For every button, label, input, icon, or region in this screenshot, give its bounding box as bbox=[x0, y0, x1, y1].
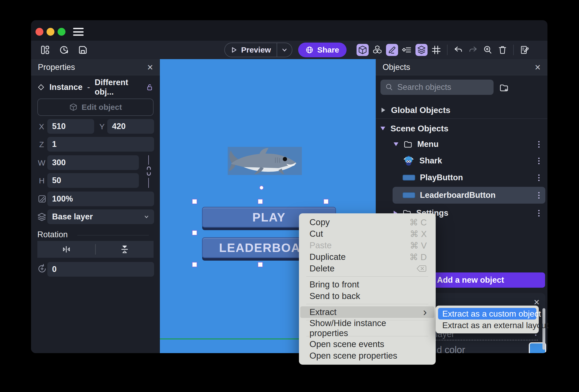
redo-button[interactable] bbox=[467, 44, 479, 56]
zoom-in-button[interactable] bbox=[482, 44, 494, 56]
y-input[interactable] bbox=[107, 119, 154, 134]
menu-item-send-to-back[interactable]: Send to back bbox=[299, 290, 436, 302]
hamburger-menu-icon[interactable] bbox=[73, 28, 84, 36]
height-input[interactable] bbox=[47, 173, 139, 188]
selection-handle-bottom-left[interactable] bbox=[192, 262, 197, 267]
traffic-light-zoom[interactable] bbox=[58, 28, 65, 36]
gdevelop-app: Home Menu × Menu (Events) × Lev bbox=[0, 0, 579, 392]
add-new-object-label: Add a new object bbox=[437, 275, 504, 285]
add-folder-icon[interactable] bbox=[499, 83, 509, 93]
menu-item-duplicate[interactable]: Duplicate ⌘ D bbox=[299, 251, 436, 263]
width-input[interactable] bbox=[47, 155, 139, 170]
layers-panel-button[interactable] bbox=[415, 44, 428, 56]
object-row-shark[interactable]: Shark bbox=[376, 154, 547, 168]
kebab-menu-icon[interactable] bbox=[537, 140, 541, 149]
layer-icon bbox=[37, 212, 47, 222]
menu-item-paste[interactable]: Paste ⌘ V bbox=[299, 240, 436, 251]
rotation-input[interactable] bbox=[47, 262, 154, 277]
share-button[interactable]: Share bbox=[298, 43, 346, 57]
cube-2d-icon bbox=[69, 103, 78, 112]
menu-item-cut[interactable]: Cut ⌘ X bbox=[299, 228, 436, 240]
close-icon[interactable]: × bbox=[535, 62, 541, 72]
delete-button[interactable] bbox=[496, 44, 509, 56]
shark-sprite[interactable] bbox=[228, 147, 302, 175]
submenu-item-extract-external-layout[interactable]: Extract as an external layout bbox=[438, 319, 536, 331]
kebab-menu-icon[interactable] bbox=[537, 208, 541, 218]
kebab-menu-icon[interactable] bbox=[537, 156, 541, 166]
instances-list-button[interactable] bbox=[401, 44, 413, 56]
z-input[interactable] bbox=[47, 137, 154, 152]
object-label: Shark bbox=[419, 156, 442, 166]
flip-horizontal-button[interactable] bbox=[37, 241, 95, 258]
object-row-leaderboardbutton[interactable]: LeaderboardButton bbox=[376, 188, 547, 202]
unlock-icon[interactable] bbox=[146, 83, 154, 91]
objects-title: Objects bbox=[383, 63, 410, 72]
object-folder-menu[interactable]: Menu bbox=[376, 137, 547, 151]
layer-select[interactable]: Base layer bbox=[47, 209, 154, 224]
menu-item-open-scene-properties[interactable]: Open scene properties bbox=[299, 350, 436, 362]
chevron-down-icon bbox=[394, 142, 398, 146]
flip-controls bbox=[37, 241, 154, 258]
pencil-icon bbox=[387, 45, 397, 55]
search-input[interactable] bbox=[397, 82, 502, 92]
link-line bbox=[148, 178, 149, 188]
properties-title: Properties bbox=[38, 63, 75, 72]
selection-handle-mid-left[interactable] bbox=[192, 230, 197, 235]
submenu-item-extract-custom-object[interactable]: Extract as a custom object bbox=[438, 308, 536, 319]
object-row-playbutton[interactable]: PlayButton bbox=[376, 171, 547, 185]
instance-object-name: Different obj... bbox=[95, 78, 141, 97]
close-icon[interactable]: × bbox=[147, 62, 153, 72]
flip-vertical-button[interactable] bbox=[96, 241, 154, 258]
object-label: LeaderboardButton bbox=[420, 190, 496, 200]
object-folder-label: Menu bbox=[417, 140, 439, 149]
selection-handle-top-left[interactable] bbox=[192, 199, 197, 204]
selection-handle-bottom-center[interactable] bbox=[258, 262, 263, 267]
menu-item-bring-to-front[interactable]: Bring to front bbox=[299, 279, 436, 290]
edit-object-button[interactable]: Edit object bbox=[37, 99, 154, 116]
opacity-input[interactable] bbox=[47, 192, 154, 206]
trash-icon bbox=[498, 45, 507, 55]
menu-divider bbox=[306, 276, 428, 277]
kebab-menu-icon[interactable] bbox=[537, 190, 541, 200]
undo-button[interactable] bbox=[452, 44, 464, 56]
objects-cubes-button[interactable] bbox=[371, 44, 383, 56]
traffic-light-close[interactable] bbox=[35, 28, 43, 36]
menu-item-show-hide-instance-properties[interactable]: Show/Hide instance properties bbox=[299, 322, 436, 334]
scene-properties-button[interactable] bbox=[519, 44, 531, 56]
preview-dropdown-button[interactable] bbox=[277, 47, 292, 53]
w-label: W bbox=[38, 158, 45, 167]
link-proportions-icon[interactable] bbox=[145, 165, 153, 177]
open-project-manager-button[interactable] bbox=[39, 44, 51, 56]
version-history-button[interactable] bbox=[58, 44, 70, 56]
menu-item-extract[interactable]: Extract › bbox=[300, 306, 434, 318]
save-button[interactable] bbox=[77, 44, 89, 56]
edit-mode-button[interactable] bbox=[386, 44, 398, 56]
layer-select-value: Base layer bbox=[52, 212, 93, 221]
shark-thumbnail-icon bbox=[403, 155, 415, 166]
rotate-handle[interactable] bbox=[259, 185, 264, 190]
menu-item-copy[interactable]: Copy ⌘ C bbox=[299, 216, 436, 228]
separator-dash: - bbox=[87, 82, 90, 92]
edit-object-label: Edit object bbox=[82, 103, 122, 112]
instance-type-label: Instance bbox=[49, 82, 83, 92]
menu-item-label: Copy bbox=[309, 217, 330, 227]
x-input[interactable] bbox=[47, 119, 94, 134]
undo-icon bbox=[454, 45, 463, 55]
toggle-3d-view-button[interactable] bbox=[357, 44, 369, 56]
selection-handle-top-right[interactable] bbox=[323, 199, 329, 204]
menu-item-delete[interactable]: Delete bbox=[299, 263, 436, 274]
kebab-menu-icon[interactable] bbox=[537, 173, 541, 183]
selection-handle-top-center[interactable] bbox=[258, 199, 263, 204]
x-label: X bbox=[39, 122, 44, 131]
notebook-edit-icon bbox=[520, 45, 529, 55]
menu-item-label: Cut bbox=[309, 229, 323, 239]
traffic-light-minimize[interactable] bbox=[47, 28, 54, 36]
dashboard-icon bbox=[40, 45, 50, 55]
menu-item-label: Bring to front bbox=[309, 280, 359, 290]
scene-objects-header[interactable]: Scene Objects bbox=[376, 122, 547, 135]
global-objects-header[interactable]: Global Objects bbox=[376, 103, 547, 117]
grid-button[interactable] bbox=[430, 44, 442, 56]
search-box[interactable] bbox=[380, 80, 494, 95]
preview-button[interactable]: Preview bbox=[224, 43, 292, 57]
menu-item-open-scene-events[interactable]: Open scene events bbox=[299, 338, 436, 350]
